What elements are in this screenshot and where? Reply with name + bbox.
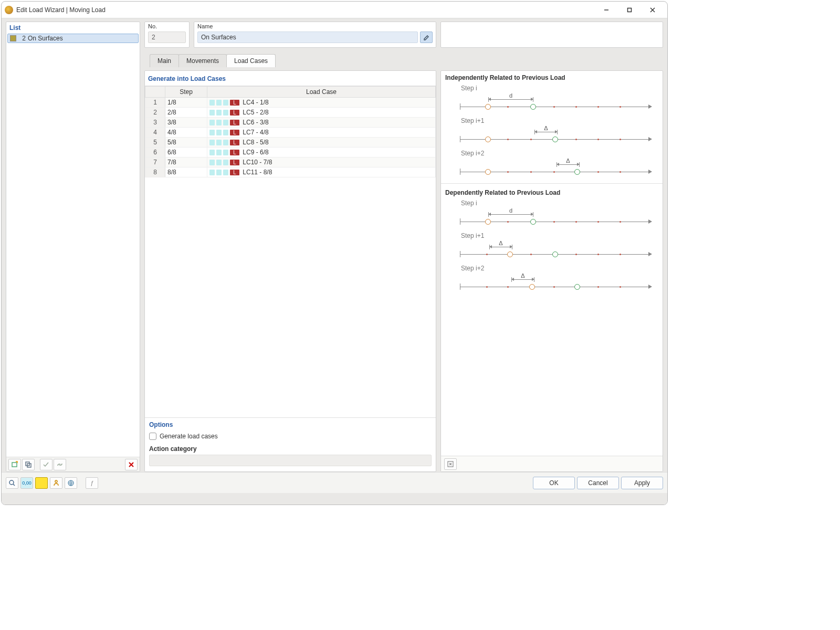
list-item-swatch [10, 35, 16, 41]
tab-main[interactable]: Main [150, 54, 179, 67]
table-row[interactable]: 77/8L LC10 - 7/8 [145, 158, 436, 167]
svg-point-6 [55, 480, 57, 482]
diagram-dep-step-i2: Δ [450, 273, 653, 294]
step-label: Step i+2 [461, 265, 658, 272]
col-load-case: Load Case [207, 87, 436, 98]
dep-title: Dependently Related to Previous Load [445, 189, 658, 196]
table-row[interactable]: 11/8L LC4 - 1/8 [145, 98, 436, 108]
tabbar: Main Movements Load Cases [144, 54, 663, 67]
number-field: 2 [148, 32, 186, 43]
generate-heading: Generate into Load Cases [148, 73, 433, 83]
copy-button[interactable] [22, 459, 35, 470]
generate-checkbox[interactable] [149, 433, 156, 440]
generate-checkbox-label: Generate load cases [160, 433, 218, 440]
preview-placeholder [440, 22, 663, 48]
window-title: Edit Load Wizard | Moving Load [16, 6, 595, 14]
ok-button[interactable]: OK [533, 477, 575, 489]
list-heading: List [6, 22, 140, 33]
diagram-dep-step-i1: Δ [450, 240, 653, 261]
diagram-step-i: d [450, 93, 653, 114]
number-label: No. [148, 23, 186, 29]
step-label: Step i+1 [461, 232, 658, 239]
cancel-button[interactable]: Cancel [577, 477, 619, 489]
options-heading: Options [149, 421, 432, 428]
name-field[interactable]: On Surfaces [197, 32, 418, 43]
table-row[interactable]: 55/8L LC8 - 5/8 [145, 138, 436, 148]
table-row[interactable]: 66/8L LC9 - 6/8 [145, 148, 436, 158]
table-row[interactable]: 88/8L LC11 - 8/8 [145, 167, 436, 177]
diagram-step-i2: Δ [450, 158, 653, 179]
close-button[interactable] [641, 3, 664, 17]
step-label: Step i [461, 200, 658, 207]
minimize-button[interactable] [595, 3, 618, 17]
list-item-number: 2 [18, 35, 26, 42]
units-button[interactable]: 0,00 [20, 477, 33, 489]
table-row[interactable]: 33/8L LC6 - 3/8 [145, 118, 436, 128]
apply-button[interactable]: Apply [621, 477, 663, 489]
load-cases-table: Step Load Case 11/8L LC4 - 1/822/8L LC5 … [145, 86, 436, 177]
list-item[interactable]: 2 On Surfaces [7, 34, 139, 43]
step-label: Step i [461, 85, 658, 92]
function-button[interactable]: ƒ [86, 477, 98, 489]
svg-point-5 [9, 480, 14, 485]
app-icon [5, 6, 13, 14]
maximize-button[interactable] [618, 3, 641, 17]
new-button[interactable] [8, 459, 21, 470]
diagram-dep-step-i: d [450, 208, 653, 229]
tab-load-cases[interactable]: Load Cases [226, 54, 276, 67]
svg-rect-0 [628, 8, 632, 12]
check-button[interactable] [40, 459, 52, 470]
diagram-settings-button[interactable] [444, 458, 457, 470]
action-category-label: Action category [149, 445, 432, 453]
person-button[interactable] [50, 477, 62, 489]
action-category-field[interactable] [149, 455, 432, 466]
step-label: Step i+2 [461, 150, 658, 157]
list-item-label: On Surfaces [28, 35, 63, 42]
globe-button[interactable] [65, 477, 77, 489]
table-row[interactable]: 22/8L LC5 - 2/8 [145, 108, 436, 118]
delete-button[interactable] [125, 459, 138, 470]
link-button[interactable] [54, 459, 66, 470]
rename-button[interactable] [420, 32, 433, 43]
indep-title: Independently Related to Previous Load [445, 74, 658, 81]
help-button[interactable] [6, 477, 18, 489]
color-button[interactable] [35, 477, 48, 489]
table-row[interactable]: 44/8L LC7 - 4/8 [145, 128, 436, 138]
titlebar: Edit Load Wizard | Moving Load [2, 2, 667, 18]
svg-rect-1 [12, 463, 17, 467]
tab-movements[interactable]: Movements [178, 54, 227, 67]
step-label: Step i+1 [461, 117, 658, 124]
name-label: Name [197, 23, 433, 29]
col-step: Step [165, 87, 207, 98]
diagram-step-i1: Δ [450, 125, 653, 146]
